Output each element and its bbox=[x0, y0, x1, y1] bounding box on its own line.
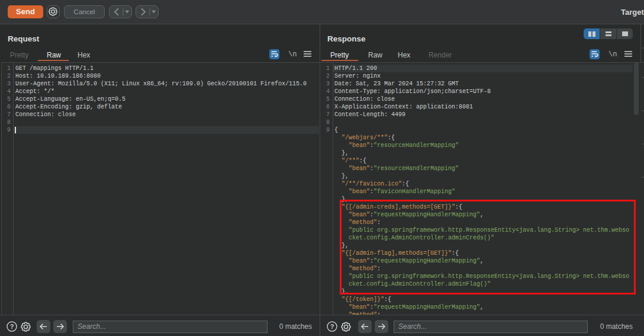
svg-text:?: ? bbox=[10, 323, 14, 330]
svg-text:?: ? bbox=[330, 323, 334, 330]
